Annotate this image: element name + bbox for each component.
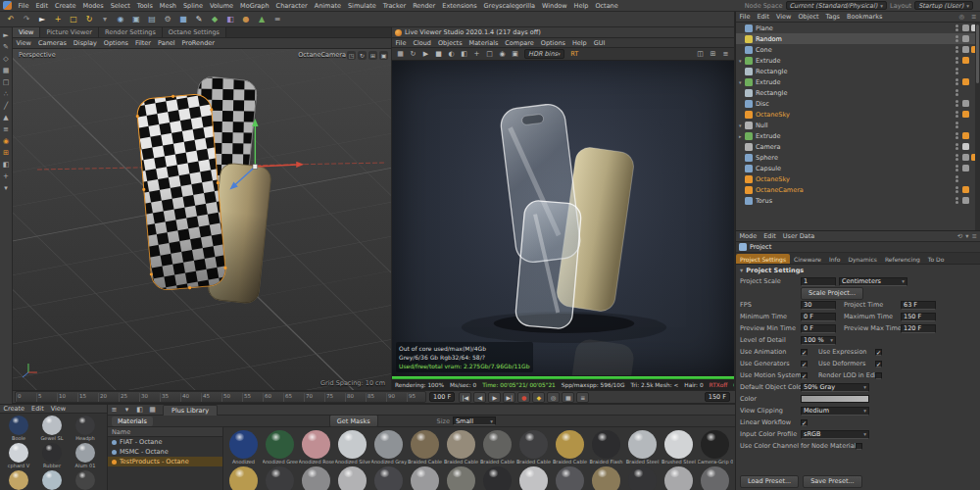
material-thumbnail[interactable]: Camera-Grip 01	[698, 429, 733, 465]
timeline-ruler[interactable]: 05101520253035404550556065707580859095	[15, 391, 426, 403]
load-preset-button[interactable]: Load Preset...	[740, 475, 799, 488]
viewport-tab[interactable]: Octane Settings	[163, 27, 226, 37]
menu-item[interactable]: Octane	[592, 2, 621, 10]
tag-chip[interactable]	[962, 143, 969, 150]
attribute-menu-item[interactable]: User Data	[779, 232, 817, 240]
menu-item[interactable]: Tools	[133, 2, 156, 10]
menu-item[interactable]: Window	[538, 2, 570, 10]
toolbar-icon[interactable]: ↷	[20, 13, 34, 25]
material-swatch[interactable]: Gold Sat	[2, 469, 35, 490]
toolbar-icon[interactable]: +	[51, 13, 66, 25]
live-viewer-tool-icon[interactable]: +	[471, 49, 483, 60]
toolbar-icon[interactable]: ▲	[255, 13, 270, 25]
value-field[interactable]: 63 F	[901, 301, 936, 310]
menu-item[interactable]: Animate	[311, 2, 344, 10]
menu-item[interactable]: Greyscalegorilla	[480, 2, 538, 10]
viewport-menu-item[interactable]: Filter	[131, 39, 154, 47]
menu-item[interactable]: Render	[410, 2, 439, 10]
object-name[interactable]: Extrude	[756, 78, 956, 86]
material-thumbnail[interactable]: Braided Flash	[589, 429, 624, 465]
toolbar-icon[interactable]: ⚙	[161, 13, 175, 25]
attribute-tab[interactable]: To Do	[924, 254, 949, 264]
material-thumbnail[interactable]	[553, 466, 588, 490]
visibility-dots[interactable]	[956, 132, 958, 139]
toolbar-icon[interactable]: ◆	[208, 13, 222, 25]
material-swatch[interactable]: Headph	[69, 415, 102, 441]
default-color-dropdown[interactable]: 50% Gray▾	[801, 383, 869, 392]
tag-chip[interactable]	[962, 186, 969, 193]
object-row[interactable]: OctaneCamera	[736, 184, 980, 195]
live-viewer-menu-item[interactable]: Objects	[434, 39, 466, 47]
layout-dropdown[interactable]: Startup (User)▾	[914, 1, 973, 10]
material-swatch[interactable]: Rubber	[35, 442, 69, 468]
view-name-label[interactable]: Perspective	[19, 51, 56, 59]
material-thumbnail[interactable]	[408, 466, 443, 490]
material-swatch[interactable]: Boole	[2, 415, 35, 441]
value-field[interactable]: 150 F	[901, 313, 936, 321]
material-swatch[interactable]: Gewel SL	[35, 415, 69, 441]
material-thumbnail[interactable]: Anodized Silver	[335, 429, 370, 465]
object-row[interactable]: ▾ Null	[736, 120, 980, 130]
live-viewer-titlebar[interactable]: Live Viewer Studio 2020.1.4 (217 days of…	[392, 27, 734, 38]
toolbar-icon[interactable]: ■	[176, 13, 191, 25]
viewport-menu-item[interactable]: ProRender	[178, 39, 218, 47]
object-row[interactable]: OctaneSky	[736, 173, 980, 184]
material-thumbnail[interactable]	[516, 466, 552, 490]
object-name[interactable]: Extrude	[756, 57, 956, 65]
object-row[interactable]: Cone	[736, 44, 980, 55]
tag-chip[interactable]	[962, 165, 969, 172]
live-viewer-tool-icon[interactable]: □	[484, 49, 496, 60]
materials-tab[interactable]: Materials	[112, 416, 153, 426]
input-profile-dropdown[interactable]: sRGB▾	[801, 430, 869, 439]
viewport-menu-item[interactable]: View	[13, 39, 34, 47]
checkbox[interactable]: ✓	[875, 361, 882, 368]
material-thumbnail[interactable]: Braided Cable	[553, 429, 588, 465]
menu-item[interactable]: Select	[107, 2, 133, 10]
object-name[interactable]: Plane	[756, 24, 956, 32]
object-row[interactable]: Disc	[736, 98, 980, 109]
mode-icon[interactable]: ◉	[1, 135, 12, 146]
project-scale-input[interactable]: 1	[801, 277, 836, 286]
checkbox[interactable]: ✓	[801, 361, 808, 368]
live-viewer-menu-item[interactable]: Help	[568, 39, 590, 47]
scale-project-button[interactable]: Scale Project...	[801, 287, 863, 300]
object-row[interactable]: Camera	[736, 141, 980, 152]
object-manager-menu-item[interactable]: Object	[795, 13, 822, 21]
checkbox[interactable]: ✓	[875, 349, 882, 356]
browser-tab[interactable]: Plus Library	[163, 405, 218, 416]
search-icon[interactable]: ◎	[956, 13, 968, 21]
material-thumbnail[interactable]: Braided Cable	[408, 429, 443, 465]
mode-icon[interactable]: ◇	[1, 53, 12, 64]
object-row[interactable]: Random	[736, 33, 980, 44]
rt-toggle[interactable]: RT	[567, 50, 582, 58]
material-thumbnail[interactable]	[589, 466, 624, 490]
value-field[interactable]: 0 F	[801, 313, 836, 321]
visibility-dots[interactable]	[956, 122, 958, 128]
mode-icon[interactable]: ▦	[1, 65, 12, 75]
panel-menu-icon[interactable]: ≡	[968, 13, 980, 21]
tag-chip[interactable]	[962, 24, 969, 31]
camera-name-label[interactable]: OctaneCamera	[298, 51, 346, 59]
material-menu-item[interactable]: View	[47, 405, 69, 413]
viewport-menu-item[interactable]: Options	[100, 39, 131, 47]
transport-button[interactable]: ◆	[532, 392, 545, 403]
object-row[interactable]: OctaneSky	[736, 109, 980, 120]
object-manager-menu-item[interactable]: View	[772, 13, 794, 21]
menu-item[interactable]: Extensions	[439, 2, 480, 10]
live-viewer-menu-item[interactable]: Materials	[466, 39, 502, 47]
transport-button[interactable]: ≡	[576, 392, 589, 403]
menu-item[interactable]: Help	[570, 2, 592, 10]
value-field[interactable]: 120 F	[901, 324, 936, 333]
mode-icon[interactable]: ✎	[1, 41, 12, 52]
menu-item[interactable]: Spline	[179, 2, 206, 10]
object-manager-menu-item[interactable]: File	[736, 13, 754, 21]
name-column-header[interactable]: Name	[108, 427, 222, 437]
viewport-menu-item[interactable]: Panel	[155, 39, 179, 47]
visibility-dots[interactable]	[956, 100, 958, 107]
mode-icon[interactable]: ►	[1, 29, 12, 40]
material-menu-item[interactable]: Create	[0, 405, 28, 413]
menu-item[interactable]: Modes	[79, 2, 107, 10]
menu-item[interactable]: File	[15, 2, 32, 10]
live-viewer-tool-icon[interactable]: ◉	[497, 49, 509, 60]
toolbar-icon[interactable]: ◧	[223, 13, 238, 25]
